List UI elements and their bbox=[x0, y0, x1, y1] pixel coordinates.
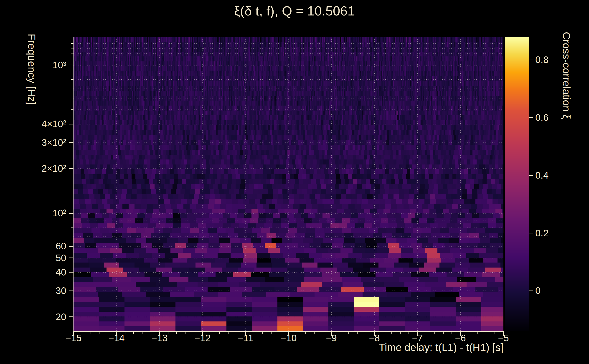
x-tick-label: −10 bbox=[270, 333, 307, 344]
y-minor-tick bbox=[71, 98, 73, 98]
y-minor-tick bbox=[71, 220, 73, 220]
x-minor-tick bbox=[176, 332, 177, 334]
colorbar-tick-label: 0.2 bbox=[535, 228, 549, 239]
x-minor-tick bbox=[305, 332, 306, 334]
colorbar-tick-label: 0.8 bbox=[535, 54, 549, 65]
x-minor-tick bbox=[82, 332, 82, 334]
y-tick bbox=[69, 124, 73, 124]
x-minor-tick bbox=[142, 332, 143, 334]
colorbar-tick-label: 0.6 bbox=[535, 112, 549, 123]
y-minor-tick bbox=[71, 72, 73, 72]
x-minor-tick bbox=[194, 332, 194, 334]
x-minor-tick bbox=[452, 332, 452, 334]
y-tick bbox=[69, 272, 73, 273]
y-minor-tick bbox=[71, 236, 73, 236]
x-minor-tick bbox=[426, 332, 426, 334]
y-minor-tick bbox=[71, 110, 73, 110]
y-axis-line bbox=[73, 37, 73, 332]
x-minor-tick bbox=[323, 332, 323, 334]
chart-title: ξ(δ t, f), Q = 10.5061 bbox=[0, 3, 589, 19]
x-tick-label: −13 bbox=[141, 333, 178, 344]
x-minor-tick bbox=[348, 332, 349, 334]
x-minor-tick bbox=[478, 332, 478, 334]
x-minor-tick bbox=[211, 332, 211, 334]
y-tick bbox=[69, 316, 73, 317]
x-minor-tick bbox=[271, 332, 272, 334]
x-minor-tick bbox=[228, 332, 229, 334]
x-minor-tick bbox=[262, 332, 263, 334]
colorbar-title: Cross-correlation ξ bbox=[560, 32, 573, 119]
y-tick bbox=[69, 213, 73, 214]
y-minor-tick bbox=[71, 53, 73, 53]
x-minor-tick bbox=[409, 332, 409, 334]
y-minor-tick bbox=[71, 88, 73, 88]
y-tick bbox=[69, 65, 73, 65]
x-tick-label: −5 bbox=[485, 333, 522, 344]
x-minor-tick bbox=[383, 332, 383, 334]
x-tick-label: −6 bbox=[442, 333, 479, 344]
y-minor-tick bbox=[71, 228, 73, 228]
y-tick-label: 30 bbox=[0, 285, 66, 296]
x-minor-tick bbox=[99, 332, 99, 334]
y-tick bbox=[69, 258, 73, 258]
x-minor-tick bbox=[219, 332, 220, 334]
y-tick bbox=[69, 168, 73, 169]
y-tick bbox=[69, 246, 73, 247]
colorbar-tick-label: 0 bbox=[535, 285, 541, 296]
y-minor-tick bbox=[71, 39, 73, 39]
x-minor-tick bbox=[254, 332, 254, 334]
x-minor-tick bbox=[434, 332, 435, 334]
x-tick-label: −9 bbox=[313, 333, 350, 344]
colorbar-tick-label: 0.4 bbox=[535, 170, 549, 181]
y-tick-label: 60 bbox=[0, 241, 66, 252]
y-minor-tick bbox=[71, 43, 73, 44]
figure: ξ(δ t, f), Q = 10.5061 Frequency [Hz] Ti… bbox=[0, 0, 589, 364]
x-minor-tick bbox=[495, 332, 495, 334]
colorbar-tick bbox=[529, 291, 533, 291]
y-tick-label: 3×10² bbox=[0, 137, 66, 148]
x-minor-tick bbox=[133, 332, 134, 334]
x-minor-tick bbox=[237, 332, 237, 334]
x-minor-tick bbox=[366, 332, 366, 334]
y-tick-label: 4×10² bbox=[0, 118, 66, 130]
x-minor-tick bbox=[392, 332, 392, 334]
x-minor-tick bbox=[357, 332, 358, 334]
x-tick-label: −11 bbox=[227, 333, 264, 344]
x-tick-label: −7 bbox=[399, 333, 436, 344]
x-minor-tick bbox=[280, 332, 280, 334]
x-minor-tick bbox=[91, 332, 91, 334]
colorbar-tick bbox=[529, 233, 533, 234]
x-minor-tick bbox=[108, 332, 108, 334]
x-minor-tick bbox=[400, 332, 400, 334]
x-minor-tick bbox=[168, 332, 168, 334]
x-minor-tick bbox=[469, 332, 469, 334]
colorbar-tick bbox=[529, 117, 533, 118]
x-minor-tick bbox=[314, 332, 314, 334]
x-minor-tick bbox=[151, 332, 151, 334]
y-tick-label: 40 bbox=[0, 267, 66, 278]
x-tick-label: −15 bbox=[55, 333, 92, 344]
y-tick-label: 10² bbox=[0, 208, 66, 219]
y-minor-tick bbox=[71, 79, 73, 80]
heatmap-canvas bbox=[73, 37, 504, 331]
colorbar-canvas bbox=[505, 37, 529, 331]
x-tick-label: −14 bbox=[98, 333, 135, 344]
y-tick-label: 50 bbox=[0, 253, 66, 263]
x-minor-tick bbox=[185, 332, 185, 334]
x-minor-tick bbox=[125, 332, 125, 334]
y-tick-label: 2×10² bbox=[0, 163, 66, 174]
colorbar-tick bbox=[529, 175, 533, 176]
x-minor-tick bbox=[297, 332, 297, 334]
colorbar-tick bbox=[529, 60, 533, 60]
y-minor-tick bbox=[71, 48, 73, 48]
x-tick-label: −12 bbox=[184, 333, 221, 344]
y-tick-label: 20 bbox=[0, 312, 66, 322]
y-tick bbox=[69, 142, 73, 143]
x-minor-tick bbox=[486, 332, 486, 334]
x-minor-tick bbox=[340, 332, 340, 334]
x-tick-label: −8 bbox=[356, 333, 393, 344]
x-minor-tick bbox=[443, 332, 444, 334]
y-minor-tick bbox=[71, 59, 73, 59]
y-tick-label: 10³ bbox=[0, 60, 66, 71]
y-tick bbox=[69, 291, 73, 291]
